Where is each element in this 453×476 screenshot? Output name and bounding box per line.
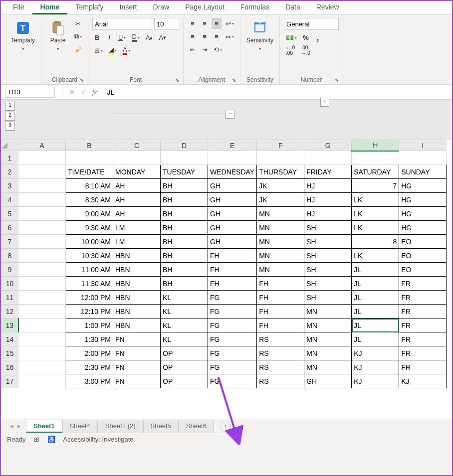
new-sheet-button[interactable]: + xyxy=(220,421,231,432)
cell-C17[interactable]: FN xyxy=(113,374,161,388)
cell-B1[interactable] xyxy=(66,151,113,165)
align-left-button[interactable]: ≡ xyxy=(188,31,198,42)
double-underline-button[interactable]: D xyxy=(130,32,141,43)
underline-button[interactable]: U xyxy=(116,32,128,43)
cell-G8[interactable]: SH xyxy=(304,249,352,263)
cut-button[interactable]: ✂ xyxy=(72,18,84,29)
decrease-font-button[interactable]: A▾ xyxy=(157,32,168,43)
cell-C6[interactable]: LM xyxy=(113,221,161,235)
cell-E16[interactable]: FG xyxy=(208,360,257,374)
row-header-6[interactable]: 6 xyxy=(1,221,18,235)
cell-D15[interactable]: OP xyxy=(161,346,208,360)
cell-G14[interactable]: MN xyxy=(304,332,352,346)
cell-D7[interactable]: BH xyxy=(161,235,208,249)
cell-B13[interactable]: 1:00 PM xyxy=(66,318,113,332)
cell-F11[interactable]: FH xyxy=(257,291,304,305)
cell-A7[interactable] xyxy=(18,235,66,249)
cell-B11[interactable]: 12:00 PM xyxy=(66,291,113,305)
column-header-D[interactable]: D xyxy=(161,140,208,151)
cell-C10[interactable]: HBN xyxy=(113,277,161,291)
cell-G11[interactable]: SH xyxy=(304,291,352,305)
cell-I9[interactable]: EO xyxy=(399,263,447,277)
ribbon-tab-file[interactable]: File xyxy=(5,1,32,14)
cell-I7[interactable]: EO xyxy=(399,235,447,249)
cell-F8[interactable]: MN xyxy=(257,249,304,263)
cell-A10[interactable] xyxy=(18,277,66,291)
cell-F2[interactable]: THURSDAY xyxy=(257,165,304,179)
cell-B14[interactable]: 1:30 PM xyxy=(66,332,113,346)
cell-C2[interactable]: MONDAY xyxy=(113,165,161,179)
cell-B9[interactable]: 11:00 AM xyxy=(66,263,113,277)
row-header-4[interactable]: 4 xyxy=(1,193,18,207)
cell-H8[interactable]: LK xyxy=(352,249,399,263)
cell-H1[interactable] xyxy=(352,151,399,165)
cell-I3[interactable]: HG xyxy=(399,179,447,193)
cell-A2[interactable] xyxy=(18,165,66,179)
cell-C16[interactable]: FN xyxy=(113,360,161,374)
increase-indent-button[interactable]: ⇥ xyxy=(200,44,210,55)
cell-I12[interactable]: FR xyxy=(399,305,447,318)
cell-C8[interactable]: HBN xyxy=(113,249,161,263)
cell-C9[interactable]: HBN xyxy=(113,263,161,277)
cell-B5[interactable]: 9:00 AM xyxy=(66,207,113,221)
column-header-G[interactable]: G xyxy=(304,140,352,151)
cell-H3[interactable]: 7 xyxy=(352,179,399,193)
cell-G10[interactable]: SH xyxy=(304,277,352,291)
cell-F7[interactable]: MN xyxy=(257,235,304,249)
clipboard-launcher-icon[interactable]: ⬊ xyxy=(80,77,84,83)
cell-B4[interactable]: 8:30 AM xyxy=(66,193,113,207)
cell-H2[interactable]: SATURDAY xyxy=(352,165,399,179)
sheet-tab-sheet4[interactable]: Sheet4 xyxy=(62,420,98,433)
cell-E11[interactable]: FG xyxy=(208,291,257,305)
cell-D3[interactable]: BH xyxy=(161,179,208,193)
bold-button[interactable]: B xyxy=(92,32,102,43)
cell-A12[interactable] xyxy=(18,305,66,318)
cell-B7[interactable]: 10:00 AM xyxy=(66,235,113,249)
sheet-tab-sheet1[interactable]: Sheet1 xyxy=(26,420,62,433)
cell-B17[interactable]: 3:00 PM xyxy=(66,374,113,388)
cell-C11[interactable]: HBN xyxy=(113,291,161,305)
outline-level-1[interactable]: 1 xyxy=(5,102,15,111)
increase-decimal-button[interactable]: ←.0.00 xyxy=(284,45,297,56)
cell-C4[interactable]: AH xyxy=(113,193,161,207)
align-center-button[interactable]: ≡ xyxy=(200,31,210,42)
cell-I1[interactable] xyxy=(399,151,447,165)
cell-E12[interactable]: FG xyxy=(208,305,257,318)
cell-C1[interactable] xyxy=(113,151,161,165)
cell-D2[interactable]: TUESDAY xyxy=(161,165,208,179)
cell-D6[interactable]: BH xyxy=(161,221,208,235)
cell-B12[interactable]: 12:10 PM xyxy=(66,305,113,318)
cell-I10[interactable]: FR xyxy=(399,277,447,291)
cell-H11[interactable]: JL xyxy=(352,291,399,305)
row-header-11[interactable]: 11 xyxy=(1,291,18,305)
cell-F16[interactable]: RS xyxy=(257,360,304,374)
select-all-cell[interactable] xyxy=(1,140,18,151)
cell-B10[interactable]: 11:30 AM xyxy=(66,277,113,291)
cell-I17[interactable]: KJ xyxy=(399,374,447,388)
number-format-select[interactable] xyxy=(284,18,339,30)
row-header-7[interactable]: 7 xyxy=(1,235,18,249)
ribbon-tab-review[interactable]: Review xyxy=(308,1,347,14)
cancel-icon[interactable]: ✕ xyxy=(69,88,75,96)
cell-E6[interactable]: GH xyxy=(208,221,257,235)
cell-I4[interactable]: HG xyxy=(399,193,447,207)
cell-I15[interactable]: FR xyxy=(399,346,447,360)
cell-A3[interactable] xyxy=(18,179,66,193)
cell-G9[interactable]: SH xyxy=(304,263,352,277)
cell-G7[interactable]: SH xyxy=(304,235,352,249)
comma-button[interactable]: , xyxy=(313,32,323,43)
cell-D4[interactable]: BH xyxy=(161,193,208,207)
accessibility-icon[interactable]: ♿ xyxy=(47,436,55,443)
column-header-E[interactable]: E xyxy=(208,140,257,151)
column-header-C[interactable]: C xyxy=(113,140,161,151)
fill-color-button[interactable]: ◢ xyxy=(107,45,119,56)
cell-A16[interactable] xyxy=(18,360,66,374)
format-painter-button[interactable]: 🖌 xyxy=(72,44,84,55)
ribbon-tab-page-layout[interactable]: Page Layout xyxy=(177,1,232,14)
grid-area[interactable]: ABCDEFGHI 12TIME/DATEMONDAYTUESDAYWEDNES… xyxy=(1,140,452,419)
font-color-button[interactable]: A xyxy=(121,45,132,56)
align-middle-button[interactable]: ≡ xyxy=(200,18,210,29)
cell-G4[interactable]: HJ xyxy=(304,193,352,207)
cell-E1[interactable] xyxy=(208,151,257,165)
cell-G6[interactable]: SH xyxy=(304,221,352,235)
